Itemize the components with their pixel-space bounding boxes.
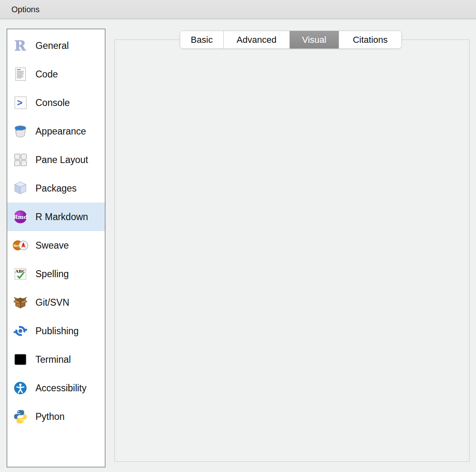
sidebar-item-console[interactable]: > Console [7, 88, 105, 117]
window-title: Options [11, 5, 40, 14]
tab-visual[interactable]: Visual [290, 31, 339, 49]
svg-text:>: > [17, 97, 23, 108]
sidebar-item-label: Console [35, 97, 70, 108]
rmarkdown-icon: Rmd [12, 209, 29, 225]
r-logo-icon: R [12, 37, 29, 54]
sidebar-item-label: R Markdown [35, 212, 88, 223]
sidebar-item-label: Python [35, 411, 65, 422]
sidebar-item-appearance[interactable]: Appearance [7, 117, 105, 146]
sidebar-item-label: Spelling [35, 269, 69, 280]
sweave-icon: Rnw [12, 237, 29, 254]
sidebar-item-sweave[interactable]: Rnw Sweave [7, 231, 105, 260]
paint-bucket-icon [12, 123, 29, 139]
code-document-icon [12, 66, 29, 82]
pane-grid-icon [12, 152, 29, 168]
tab-advanced[interactable]: Advanced [224, 31, 290, 49]
sidebar-item-label: Terminal [35, 354, 71, 365]
package-cube-icon [12, 180, 29, 196]
sidebar-item-label: Code [35, 69, 58, 80]
sidebar-item-accessibility[interactable]: Accessibility [7, 374, 105, 402]
svg-text:Rmd: Rmd [13, 214, 28, 220]
sidebar-item-label: Pane Layout [35, 154, 88, 165]
options-category-sidebar: R General Code > Console [7, 29, 106, 468]
console-icon: > [12, 95, 29, 111]
sidebar-item-packages[interactable]: Packages [7, 174, 105, 203]
sidebar-item-git-svn[interactable]: Git/SVN [7, 288, 105, 317]
sidebar-item-publishing[interactable]: Publishing [7, 317, 105, 345]
svg-text:R: R [14, 38, 26, 53]
sidebar-item-label: Accessibility [35, 383, 86, 394]
sidebar-item-terminal[interactable]: Terminal [7, 345, 105, 374]
terminal-icon [12, 351, 29, 368]
sidebar-item-label: Packages [35, 183, 77, 194]
options-tabbar: Basic Advanced Visual Citations [180, 31, 402, 49]
spelling-icon: ABC [12, 266, 29, 282]
accessibility-icon [12, 380, 29, 396]
python-icon [12, 408, 29, 425]
tab-basic[interactable]: Basic [180, 31, 224, 49]
tab-citations[interactable]: Citations [339, 31, 401, 49]
sidebar-item-spelling[interactable]: ABC Spelling [7, 260, 105, 288]
sidebar-item-pane-layout[interactable]: Pane Layout [7, 146, 105, 174]
svg-text:ABC: ABC [15, 269, 25, 273]
sidebar-item-general[interactable]: R General [7, 31, 105, 60]
sidebar-item-label: Git/SVN [35, 297, 69, 308]
sidebar-item-label: Appearance [35, 126, 86, 137]
sidebar-item-r-markdown[interactable]: Rmd R Markdown [7, 203, 105, 231]
sidebar-item-code[interactable]: Code [7, 60, 105, 88]
publishing-icon [12, 323, 29, 339]
visual-tab-panel [115, 40, 469, 462]
window-titlebar: Options [0, 0, 476, 19]
sidebar-item-label: Publishing [35, 326, 79, 337]
git-svn-box-icon [12, 294, 29, 311]
sidebar-item-python[interactable]: Python [7, 402, 105, 431]
sidebar-item-label: Sweave [35, 240, 69, 251]
sidebar-item-label: General [35, 40, 69, 51]
